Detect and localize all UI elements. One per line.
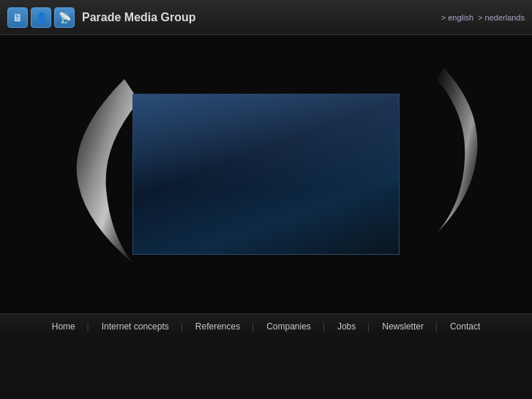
swoosh-right-decoration	[430, 64, 488, 247]
main-content	[0, 35, 532, 313]
center-stage	[132, 94, 400, 255]
nav-item-references[interactable]: References	[182, 314, 253, 338]
navbar: HomeInternet conceptsReferencesCompanies…	[0, 313, 532, 338]
nav-item-home[interactable]: Home	[39, 314, 89, 338]
nav-item-internet-concepts[interactable]: Internet concepts	[89, 314, 182, 338]
podcast-icon: 📡	[54, 7, 75, 28]
language-links: > english > nederlands	[441, 13, 525, 22]
user-icon: 👤	[31, 7, 51, 28]
banner-box	[132, 94, 400, 255]
dutch-link[interactable]: > nederlands	[478, 13, 525, 22]
nav-item-contact[interactable]: Contact	[437, 314, 493, 338]
nav-item-newsletter[interactable]: Newsletter	[369, 314, 437, 338]
monitor-icon: 🖥	[7, 7, 28, 28]
header-icons: 🖥 👤 📡	[7, 7, 75, 28]
site-title: Parade Media Group	[82, 11, 441, 24]
nav-item-companies[interactable]: Companies	[253, 314, 324, 338]
header: 🖥 👤 📡 Parade Media Group > english > ned…	[0, 0, 532, 35]
bottom-area	[0, 338, 532, 399]
nav-item-jobs[interactable]: Jobs	[324, 314, 369, 338]
english-link[interactable]: > english	[441, 13, 473, 22]
